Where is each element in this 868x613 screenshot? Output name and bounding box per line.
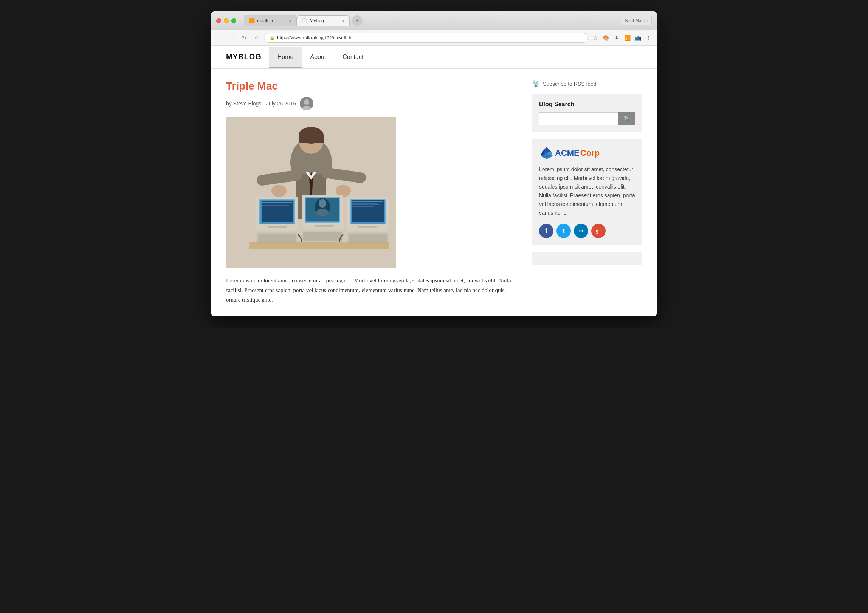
tab-close-myblog[interactable]: ✕ [341,19,345,23]
svg-rect-25 [258,234,296,243]
nav-item-about[interactable]: About [302,47,334,67]
color-picker-icon[interactable]: 🎨 [602,34,610,42]
acme-widget: ACMECorp Lorem ipsum dolor sit amet, con… [532,139,642,245]
svg-point-13 [271,185,287,197]
twitter-icon[interactable]: t [556,224,571,238]
address-bar[interactable]: 🔒 https://www-mikroblog-f229.restdb.io [264,33,588,43]
acme-name-blue: ACME [555,148,580,158]
acme-logo: ACMECorp [539,146,635,161]
browser-window: 🟧 restdb.io ✕ 📄 Myblog ✕ + Knut Martin ←… [211,11,657,316]
close-button[interactable] [216,18,221,23]
social-icons: f t in g+ [539,224,635,238]
tab-label-myblog: Myblog [310,18,324,24]
new-tab-button[interactable]: + [352,15,363,26]
post-title: Triple Mac [226,80,521,92]
search-input[interactable] [539,112,618,125]
tab-favicon-myblog: 📄 [302,18,307,24]
site-logo[interactable]: MYBLOG [226,46,269,68]
sidebar-widget-partial [532,252,642,265]
author-avatar [300,97,313,110]
tab-restdb[interactable]: 🟧 restdb.io ✕ [244,15,297,26]
home-icon: ⌂ [255,35,258,41]
rss-link[interactable]: 📡 Subscribe to RSS feed [532,80,642,87]
svg-rect-43 [352,206,374,207]
url-text: https://www-mikroblog-f229.restdb.io [277,35,352,41]
googleplus-icon[interactable]: g+ [591,224,606,238]
svg-rect-40 [352,201,383,202]
svg-rect-44 [358,226,377,228]
sidebar: 📡 Subscribe to RSS feed Blog Search 🔍 [532,80,642,305]
svg-rect-22 [262,207,283,207]
svg-point-32 [316,209,329,216]
site-navbar: MYBLOG Home About Contact [211,46,657,69]
bookmark-icon[interactable]: ☆ [591,34,600,42]
refresh-icon: ↻ [242,35,246,41]
rss-feed-icon[interactable]: 📶 [623,34,631,42]
maximize-button[interactable] [231,18,236,23]
pocket-icon[interactable]: ⬇ [612,34,621,42]
svg-rect-46 [349,234,387,243]
post-body: Lorem ipsum dolor sit amet, consectetur … [226,276,521,305]
forward-button[interactable]: → [228,33,237,42]
nav-item-contact[interactable]: Contact [334,47,372,67]
browser-titlebar: 🟧 restdb.io ✕ 📄 Myblog ✕ + Knut Martin [211,11,657,30]
acme-name-orange: Corp [580,148,600,158]
svg-rect-21 [262,205,289,206]
browser-toolbar: ← → ↻ ⌂ 🔒 https://www-mikroblog-f229.res… [211,30,657,46]
site-main-content: Triple Mac by Steve Blogs - July 25 2016 [211,69,657,316]
home-button[interactable]: ⌂ [252,33,261,42]
rss-label: Subscribe to RSS feed [543,81,597,87]
back-button[interactable]: ← [215,33,225,42]
search-widget: Blog Search 🔍 [532,94,642,132]
tab-myblog[interactable]: 📄 Myblog ✕ [297,15,350,26]
nav-item-home[interactable]: Home [269,47,302,68]
svg-rect-19 [262,202,292,203]
svg-rect-47 [249,242,389,249]
svg-rect-42 [352,204,380,205]
linkedin-icon[interactable]: in [574,224,588,238]
toolbar-actions: ☆ 🎨 ⬇ 📶 📺 ⋮ [591,34,653,42]
tab-close-restdb[interactable]: ✕ [288,19,292,23]
post-featured-image [226,117,396,268]
search-widget-title: Blog Search [539,101,635,108]
website-content: MYBLOG Home About Contact Triple Mac by … [211,46,657,316]
forward-icon: → [229,35,235,41]
search-button[interactable]: 🔍 [618,112,635,125]
tab-favicon-restdb: 🟧 [249,18,255,24]
post-author-date: by Steve Blogs - July 25 2016 [226,101,296,107]
tabs-bar: 🟧 restdb.io ✕ 📄 Myblog ✕ + [244,15,363,26]
svg-rect-23 [268,226,287,228]
tab-label-restdb: restdb.io [257,18,273,24]
svg-rect-41 [352,203,377,204]
svg-rect-7 [299,135,324,143]
back-icon: ← [217,35,223,41]
cast-icon[interactable]: 📺 [634,34,642,42]
svg-rect-33 [315,225,334,227]
search-row: 🔍 [539,112,635,125]
facebook-icon[interactable]: f [539,224,553,238]
svg-point-31 [319,199,326,208]
rss-icon: 📡 [532,80,540,87]
menu-icon[interactable]: ⋮ [644,34,653,42]
user-name: Knut Martin [621,16,652,25]
svg-rect-20 [262,204,285,204]
lock-icon: 🔒 [270,36,275,40]
post-meta: by Steve Blogs - July 25 2016 [226,97,521,110]
refresh-button[interactable]: ↻ [240,33,249,42]
acme-diamond-icon [539,146,554,161]
acme-description: Lorem ipsum dolor sit amet, consectetur … [539,165,635,218]
traffic-lights [216,18,236,23]
main-post-area: Triple Mac by Steve Blogs - July 25 2016 [226,80,521,305]
svg-point-1 [304,99,309,105]
svg-rect-35 [303,232,342,241]
minimize-button[interactable] [224,18,229,23]
